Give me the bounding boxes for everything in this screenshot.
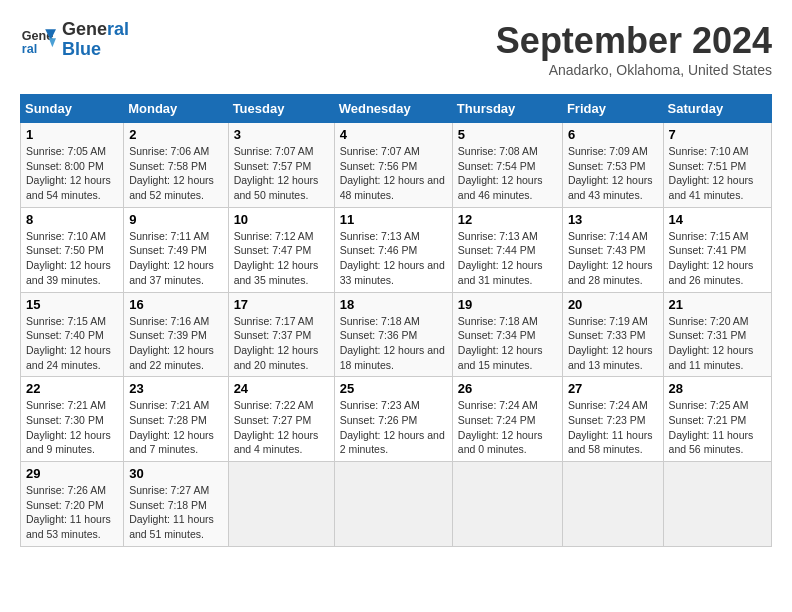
svg-text:ral: ral [22,41,37,55]
day-info: Sunrise: 7:05 AM Sunset: 8:00 PM Dayligh… [26,144,118,203]
day-number: 12 [458,212,557,227]
day-number: 25 [340,381,447,396]
day-info: Sunrise: 7:23 AM Sunset: 7:26 PM Dayligh… [340,398,447,457]
day-cell-16: 16 Sunrise: 7:16 AM Sunset: 7:39 PM Dayl… [124,292,228,377]
empty-cell [663,462,771,547]
day-info: Sunrise: 7:07 AM Sunset: 7:57 PM Dayligh… [234,144,329,203]
day-number: 16 [129,297,222,312]
calendar-week-row: 29 Sunrise: 7:26 AM Sunset: 7:20 PM Dayl… [21,462,772,547]
calendar-week-row: 15 Sunrise: 7:15 AM Sunset: 7:40 PM Dayl… [21,292,772,377]
col-friday: Friday [562,95,663,123]
col-wednesday: Wednesday [334,95,452,123]
day-cell-13: 13 Sunrise: 7:14 AM Sunset: 7:43 PM Dayl… [562,207,663,292]
day-cell-27: 27 Sunrise: 7:24 AM Sunset: 7:23 PM Dayl… [562,377,663,462]
day-cell-3: 3 Sunrise: 7:07 AM Sunset: 7:57 PM Dayli… [228,123,334,208]
day-cell-14: 14 Sunrise: 7:15 AM Sunset: 7:41 PM Dayl… [663,207,771,292]
day-info: Sunrise: 7:17 AM Sunset: 7:37 PM Dayligh… [234,314,329,373]
calendar-header-row: Sunday Monday Tuesday Wednesday Thursday… [21,95,772,123]
day-info: Sunrise: 7:14 AM Sunset: 7:43 PM Dayligh… [568,229,658,288]
empty-cell [452,462,562,547]
day-number: 4 [340,127,447,142]
empty-cell [334,462,452,547]
day-number: 15 [26,297,118,312]
day-cell-21: 21 Sunrise: 7:20 AM Sunset: 7:31 PM Dayl… [663,292,771,377]
logo: Gene ral GeneralBlue [20,20,129,60]
day-info: Sunrise: 7:22 AM Sunset: 7:27 PM Dayligh… [234,398,329,457]
day-number: 21 [669,297,766,312]
col-monday: Monday [124,95,228,123]
location-subtitle: Anadarko, Oklahoma, United States [496,62,772,78]
day-info: Sunrise: 7:18 AM Sunset: 7:36 PM Dayligh… [340,314,447,373]
col-sunday: Sunday [21,95,124,123]
col-thursday: Thursday [452,95,562,123]
day-cell-15: 15 Sunrise: 7:15 AM Sunset: 7:40 PM Dayl… [21,292,124,377]
day-info: Sunrise: 7:18 AM Sunset: 7:34 PM Dayligh… [458,314,557,373]
day-info: Sunrise: 7:08 AM Sunset: 7:54 PM Dayligh… [458,144,557,203]
day-info: Sunrise: 7:24 AM Sunset: 7:24 PM Dayligh… [458,398,557,457]
day-number: 2 [129,127,222,142]
day-cell-26: 26 Sunrise: 7:24 AM Sunset: 7:24 PM Dayl… [452,377,562,462]
col-tuesday: Tuesday [228,95,334,123]
day-cell-10: 10 Sunrise: 7:12 AM Sunset: 7:47 PM Dayl… [228,207,334,292]
day-cell-4: 4 Sunrise: 7:07 AM Sunset: 7:56 PM Dayli… [334,123,452,208]
day-info: Sunrise: 7:21 AM Sunset: 7:30 PM Dayligh… [26,398,118,457]
day-cell-9: 9 Sunrise: 7:11 AM Sunset: 7:49 PM Dayli… [124,207,228,292]
day-number: 3 [234,127,329,142]
day-cell-25: 25 Sunrise: 7:23 AM Sunset: 7:26 PM Dayl… [334,377,452,462]
day-number: 11 [340,212,447,227]
day-number: 24 [234,381,329,396]
day-cell-23: 23 Sunrise: 7:21 AM Sunset: 7:28 PM Dayl… [124,377,228,462]
logo-icon: Gene ral [20,22,56,58]
day-cell-8: 8 Sunrise: 7:10 AM Sunset: 7:50 PM Dayli… [21,207,124,292]
day-info: Sunrise: 7:10 AM Sunset: 7:51 PM Dayligh… [669,144,766,203]
day-info: Sunrise: 7:10 AM Sunset: 7:50 PM Dayligh… [26,229,118,288]
empty-cell [228,462,334,547]
day-info: Sunrise: 7:09 AM Sunset: 7:53 PM Dayligh… [568,144,658,203]
col-saturday: Saturday [663,95,771,123]
day-cell-20: 20 Sunrise: 7:19 AM Sunset: 7:33 PM Dayl… [562,292,663,377]
calendar-table: Sunday Monday Tuesday Wednesday Thursday… [20,94,772,547]
day-info: Sunrise: 7:07 AM Sunset: 7:56 PM Dayligh… [340,144,447,203]
calendar-week-row: 1 Sunrise: 7:05 AM Sunset: 8:00 PM Dayli… [21,123,772,208]
day-number: 30 [129,466,222,481]
day-info: Sunrise: 7:27 AM Sunset: 7:18 PM Dayligh… [129,483,222,542]
calendar-body: 1 Sunrise: 7:05 AM Sunset: 8:00 PM Dayli… [21,123,772,547]
day-cell-17: 17 Sunrise: 7:17 AM Sunset: 7:37 PM Dayl… [228,292,334,377]
day-cell-29: 29 Sunrise: 7:26 AM Sunset: 7:20 PM Dayl… [21,462,124,547]
day-cell-1: 1 Sunrise: 7:05 AM Sunset: 8:00 PM Dayli… [21,123,124,208]
day-cell-6: 6 Sunrise: 7:09 AM Sunset: 7:53 PM Dayli… [562,123,663,208]
month-title: September 2024 [496,20,772,62]
day-number: 23 [129,381,222,396]
day-number: 5 [458,127,557,142]
day-info: Sunrise: 7:13 AM Sunset: 7:46 PM Dayligh… [340,229,447,288]
day-number: 10 [234,212,329,227]
day-number: 9 [129,212,222,227]
day-cell-5: 5 Sunrise: 7:08 AM Sunset: 7:54 PM Dayli… [452,123,562,208]
day-cell-24: 24 Sunrise: 7:22 AM Sunset: 7:27 PM Dayl… [228,377,334,462]
day-cell-7: 7 Sunrise: 7:10 AM Sunset: 7:51 PM Dayli… [663,123,771,208]
day-number: 17 [234,297,329,312]
day-info: Sunrise: 7:15 AM Sunset: 7:40 PM Dayligh… [26,314,118,373]
day-number: 29 [26,466,118,481]
day-cell-18: 18 Sunrise: 7:18 AM Sunset: 7:36 PM Dayl… [334,292,452,377]
page-header: Gene ral GeneralBlue September 2024 Anad… [20,20,772,78]
day-number: 28 [669,381,766,396]
day-number: 27 [568,381,658,396]
day-number: 6 [568,127,658,142]
day-number: 14 [669,212,766,227]
empty-cell [562,462,663,547]
day-number: 19 [458,297,557,312]
logo-text: GeneralBlue [62,20,129,60]
day-info: Sunrise: 7:21 AM Sunset: 7:28 PM Dayligh… [129,398,222,457]
day-number: 13 [568,212,658,227]
day-info: Sunrise: 7:12 AM Sunset: 7:47 PM Dayligh… [234,229,329,288]
day-cell-19: 19 Sunrise: 7:18 AM Sunset: 7:34 PM Dayl… [452,292,562,377]
day-number: 8 [26,212,118,227]
day-info: Sunrise: 7:26 AM Sunset: 7:20 PM Dayligh… [26,483,118,542]
day-number: 1 [26,127,118,142]
day-number: 20 [568,297,658,312]
day-cell-11: 11 Sunrise: 7:13 AM Sunset: 7:46 PM Dayl… [334,207,452,292]
day-cell-2: 2 Sunrise: 7:06 AM Sunset: 7:58 PM Dayli… [124,123,228,208]
title-block: September 2024 Anadarko, Oklahoma, Unite… [496,20,772,78]
day-cell-28: 28 Sunrise: 7:25 AM Sunset: 7:21 PM Dayl… [663,377,771,462]
